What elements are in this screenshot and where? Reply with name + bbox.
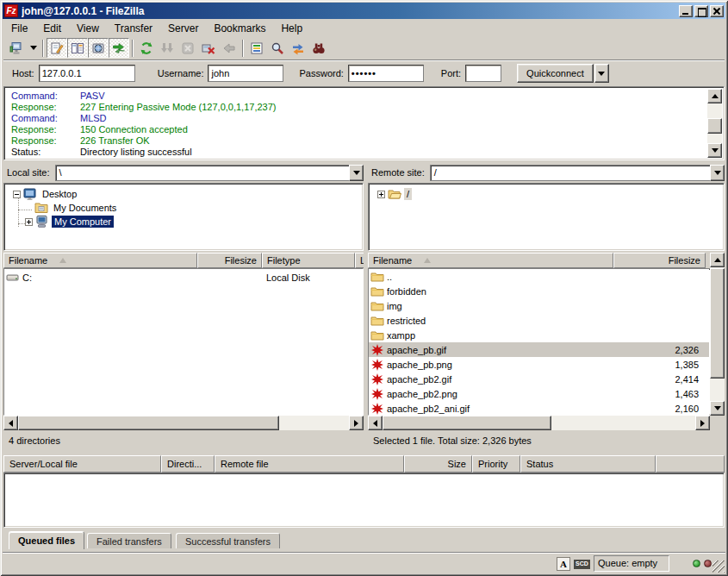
tree-item-label[interactable]: My Computer bbox=[52, 216, 114, 228]
filezilla-window: Fz john@127.0.0.1 - FileZilla File Edit … bbox=[0, 0, 728, 576]
scroll-down-icon[interactable] bbox=[707, 143, 722, 158]
remote-column-filesize[interactable]: Filesize bbox=[613, 253, 706, 268]
remote-site-value[interactable]: / bbox=[430, 165, 710, 181]
scroll-left-icon[interactable] bbox=[368, 416, 383, 430]
disconnect-icon[interactable] bbox=[198, 38, 219, 58]
local-horizontal-scrollbar[interactable] bbox=[3, 416, 364, 430]
cancel-operation-icon[interactable] bbox=[177, 38, 198, 58]
remote-horizontal-scrollbar[interactable] bbox=[368, 416, 710, 430]
close-button[interactable] bbox=[710, 5, 724, 17]
minimize-button[interactable] bbox=[679, 5, 693, 17]
title-bar[interactable]: Fz john@127.0.0.1 - FileZilla bbox=[3, 3, 725, 19]
remote-file-row[interactable]: apache_pb2.gif 2,414 bbox=[369, 372, 709, 386]
local-site-combo[interactable]: \ bbox=[55, 165, 364, 181]
queue-column-empty[interactable] bbox=[656, 455, 725, 473]
remote-file-row-selected[interactable]: apache_pb.gif 2,326 bbox=[369, 342, 709, 357]
scrollbar-thumb[interactable] bbox=[707, 118, 722, 134]
scroll-down-icon[interactable] bbox=[710, 401, 725, 416]
file-size: 2,160 bbox=[675, 404, 699, 414]
toggle-remote-tree-icon[interactable] bbox=[88, 38, 109, 58]
menu-help[interactable]: Help bbox=[273, 22, 310, 35]
tab-queued-files[interactable]: Queued files bbox=[9, 531, 84, 549]
tab-successful-transfers[interactable]: Successful transfers bbox=[176, 533, 280, 548]
menu-view[interactable]: View bbox=[69, 22, 107, 35]
process-queue-icon[interactable] bbox=[157, 38, 177, 58]
synchronized-browsing-icon[interactable] bbox=[288, 38, 308, 58]
username-input[interactable] bbox=[208, 65, 283, 82]
tree-item-label[interactable]: Desktop bbox=[40, 188, 79, 200]
toggle-message-log-icon[interactable] bbox=[47, 38, 67, 58]
menu-transfer[interactable]: Transfer bbox=[107, 22, 160, 35]
remote-site-combo[interactable]: / bbox=[430, 165, 725, 181]
chevron-down-icon[interactable] bbox=[349, 165, 364, 181]
remote-file-row[interactable]: apache_pb2_ani.gif 2,160 bbox=[369, 401, 709, 416]
log-vertical-scrollbar[interactable] bbox=[707, 89, 722, 158]
expand-icon[interactable] bbox=[25, 218, 33, 226]
tree-item-label[interactable]: / bbox=[404, 188, 412, 200]
tree-item-my-documents[interactable]: My Documents bbox=[32, 201, 119, 215]
quickconnect-button[interactable]: Quickconnect bbox=[517, 64, 594, 83]
local-file-list: C: Local Disk bbox=[3, 268, 364, 416]
scroll-up-icon[interactable] bbox=[710, 253, 725, 267]
remote-vertical-scrollbar[interactable] bbox=[710, 253, 725, 416]
queue-column-size[interactable]: Size bbox=[404, 455, 472, 473]
menu-server[interactable]: Server bbox=[160, 22, 206, 35]
remote-file-row[interactable]: apache_pb2.png 1,463 bbox=[369, 386, 709, 401]
remote-file-row[interactable]: xampp bbox=[369, 328, 709, 342]
tree-item-label[interactable]: My Documents bbox=[51, 202, 119, 214]
remote-file-row[interactable]: forbidden bbox=[369, 284, 709, 298]
remote-column-filename[interactable]: Filename bbox=[368, 253, 613, 268]
queue-column-status[interactable]: Status bbox=[520, 455, 656, 473]
queue-column-priority[interactable]: Priority bbox=[472, 455, 520, 473]
remote-file-row[interactable]: apache_pb.png 1,385 bbox=[369, 357, 709, 372]
tree-item-root[interactable]: / bbox=[377, 187, 412, 201]
quickconnect-dropdown-icon[interactable] bbox=[594, 64, 609, 83]
collapse-icon[interactable] bbox=[13, 191, 21, 198]
tree-item-desktop[interactable]: Desktop bbox=[13, 187, 79, 201]
local-column-modified[interactable]: L bbox=[355, 253, 364, 268]
site-manager-dropdown-icon[interactable] bbox=[27, 38, 40, 58]
maximize-button[interactable] bbox=[694, 5, 708, 17]
reconnect-icon[interactable] bbox=[219, 38, 240, 58]
queue-column-server-local-file[interactable]: Server/Local file bbox=[3, 455, 161, 473]
host-input[interactable] bbox=[39, 65, 135, 82]
local-column-filetype[interactable]: Filetype bbox=[262, 253, 355, 268]
local-site-value[interactable]: \ bbox=[55, 165, 349, 181]
queue-column-remote-file[interactable]: Remote file bbox=[215, 455, 404, 473]
scroll-up-icon[interactable] bbox=[707, 89, 722, 103]
scrollbar-thumb[interactable] bbox=[383, 416, 551, 430]
transfer-type-indicator-icon[interactable]: A bbox=[557, 557, 570, 571]
speed-limits-indicator-icon[interactable]: SCD bbox=[574, 560, 590, 569]
menu-edit[interactable]: Edit bbox=[35, 22, 69, 35]
queue-column-direction[interactable]: Directi... bbox=[161, 455, 215, 473]
toggle-local-tree-icon[interactable] bbox=[67, 38, 88, 58]
expand-icon[interactable] bbox=[377, 191, 385, 198]
scroll-left-icon[interactable] bbox=[3, 416, 18, 430]
filter-icon[interactable] bbox=[246, 38, 267, 58]
scroll-right-icon[interactable] bbox=[349, 416, 364, 430]
local-column-filename[interactable]: Filename bbox=[3, 253, 197, 268]
menu-bookmarks[interactable]: Bookmarks bbox=[206, 22, 273, 35]
menu-file[interactable]: File bbox=[3, 22, 35, 35]
remote-file-row[interactable]: .. bbox=[369, 269, 709, 284]
remote-file-row[interactable]: restricted bbox=[369, 313, 709, 328]
scroll-right-icon[interactable] bbox=[695, 416, 710, 430]
remote-file-row[interactable]: img bbox=[369, 298, 709, 313]
scrollbar-thumb[interactable] bbox=[18, 416, 279, 430]
scrollbar-thumb[interactable] bbox=[710, 268, 725, 379]
directory-comparison-icon[interactable] bbox=[267, 38, 288, 58]
file-size: 2,326 bbox=[675, 345, 699, 355]
chevron-down-icon[interactable] bbox=[710, 165, 725, 181]
refresh-icon[interactable] bbox=[136, 38, 157, 58]
toggle-transfer-queue-icon[interactable] bbox=[109, 38, 129, 58]
find-files-icon[interactable] bbox=[308, 38, 329, 58]
resize-grip[interactable] bbox=[712, 560, 725, 573]
tree-item-my-computer[interactable]: My Computer bbox=[25, 215, 114, 229]
local-file-row[interactable]: C: Local Disk bbox=[4, 270, 363, 285]
tab-failed-transfers[interactable]: Failed transfers bbox=[87, 533, 171, 548]
local-column-filesize[interactable]: Filesize bbox=[197, 253, 262, 268]
port-input[interactable] bbox=[465, 65, 501, 82]
site-manager-icon[interactable] bbox=[6, 38, 27, 58]
image-file-icon bbox=[370, 373, 384, 386]
password-input[interactable] bbox=[348, 65, 424, 82]
